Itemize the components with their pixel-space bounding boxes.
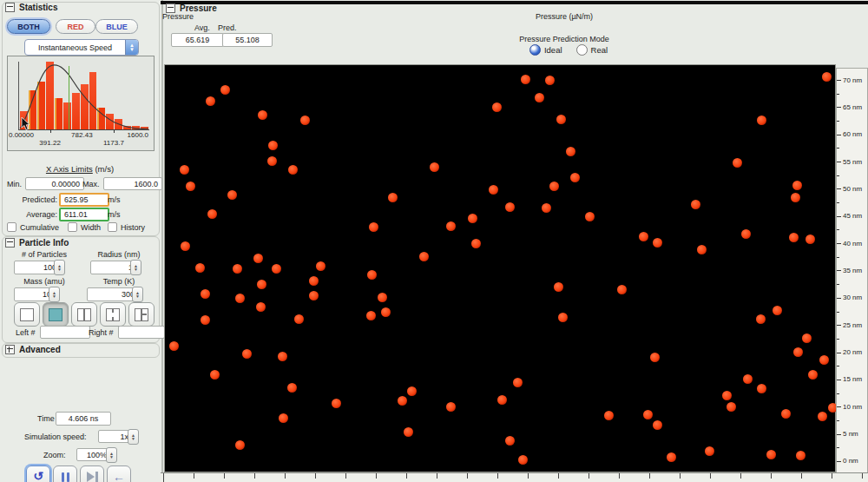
step-forward-button[interactable] xyxy=(80,465,104,482)
histogram-x-tick-label: 1600.0 xyxy=(128,131,148,139)
mass-stepper[interactable]: ▲▼ xyxy=(49,287,60,302)
particle-info-header[interactable]: Particle Info xyxy=(5,238,69,248)
particle xyxy=(549,182,559,191)
particle xyxy=(733,158,742,168)
particle xyxy=(766,450,776,459)
ruler-major-tick xyxy=(837,353,841,353)
pressure-mode-radios: IdealReal xyxy=(499,44,638,56)
particle xyxy=(367,270,377,280)
statistic-type-dropdown[interactable]: Instantaneous Speed ▲▼ xyxy=(24,39,139,56)
particle xyxy=(201,315,210,325)
pred-label: Pred. xyxy=(218,23,237,32)
histogram-plot xyxy=(18,62,149,130)
radius-label: Radius (nm) xyxy=(87,250,151,259)
reset-button[interactable]: ↺ xyxy=(26,465,50,482)
particle xyxy=(468,214,477,223)
ruler-tick xyxy=(254,473,255,479)
particle xyxy=(471,239,481,248)
checkbox-cumulative[interactable]: Cumulative xyxy=(7,222,59,232)
temp-stepper[interactable]: ▲▼ xyxy=(132,287,143,302)
particle xyxy=(667,452,676,462)
particle xyxy=(267,156,277,166)
step-forward-icon xyxy=(87,472,98,482)
zoom-stepper[interactable]: ▲▼ xyxy=(106,447,117,463)
predicted-input[interactable]: 625.95 xyxy=(59,193,109,207)
left-count-input[interactable] xyxy=(40,326,90,339)
ruler-label: 40 nm xyxy=(843,240,862,248)
zoom-label: Zoom: xyxy=(43,451,66,459)
histogram-x-tick-label: 391.22 xyxy=(39,139,60,147)
expand-icon[interactable] xyxy=(5,345,15,354)
ruler-minor-tick xyxy=(837,312,839,313)
min-input[interactable]: 0.00000 xyxy=(25,177,84,190)
checkbox-width[interactable]: Width xyxy=(68,222,101,232)
ruler-minor-tick xyxy=(837,121,839,122)
dropdown-stepper-icon[interactable]: ▲▼ xyxy=(125,40,138,55)
particle xyxy=(505,202,515,212)
particle xyxy=(773,306,782,315)
histogram-bar xyxy=(123,126,131,129)
filled-box-icon xyxy=(49,308,62,321)
speed-histogram[interactable]: 0.00000391.22782.431173.71600.0 xyxy=(7,56,155,151)
open-box-icon xyxy=(20,308,34,321)
advanced-title: Advanced xyxy=(19,345,61,354)
ruler-tick xyxy=(589,473,589,479)
max-label: Max. xyxy=(82,180,100,188)
vertical-ruler: 70 nm65 nm60 nm55 nm50 nm45 nm40 nm35 nm… xyxy=(836,68,868,478)
ruler-tick xyxy=(194,473,194,479)
particle xyxy=(819,355,829,365)
filled-box-button[interactable] xyxy=(43,302,69,327)
checkbox-box[interactable] xyxy=(7,222,16,232)
histogram-bar xyxy=(89,72,97,129)
open-box-button[interactable] xyxy=(14,302,40,327)
collapse-icon[interactable] xyxy=(5,3,15,12)
divided-box-gap-button[interactable] xyxy=(100,302,126,327)
temp-input[interactable]: 300 xyxy=(87,287,139,301)
average-label: Average: xyxy=(17,210,57,219)
histogram-bar xyxy=(37,82,45,129)
divided-box-handle-button[interactable] xyxy=(128,302,155,327)
radio-icon[interactable] xyxy=(576,44,588,56)
blue-button[interactable]: BLUE xyxy=(95,19,138,34)
radius-stepper[interactable]: ▲▼ xyxy=(130,260,141,275)
ruler-tick xyxy=(528,473,529,479)
advanced-header[interactable]: Advanced xyxy=(5,345,61,354)
ruler-minor-tick xyxy=(837,393,839,394)
particle xyxy=(556,115,566,124)
simulation-speed-stepper[interactable]: ▲▼ xyxy=(128,429,139,445)
particle xyxy=(793,347,803,357)
checkbox-box[interactable] xyxy=(68,222,77,232)
ruler-tick xyxy=(801,473,802,479)
time-label: Time xyxy=(37,414,55,423)
mode-option-ideal[interactable]: Ideal xyxy=(529,44,562,56)
red-button[interactable]: RED xyxy=(56,19,95,34)
radio-icon[interactable] xyxy=(529,44,541,56)
both-button[interactable]: BOTH xyxy=(7,19,50,34)
checkbox-box[interactable] xyxy=(108,222,117,232)
particle xyxy=(381,307,391,317)
ruler-tick xyxy=(406,473,407,479)
right-count-input[interactable] xyxy=(118,326,165,339)
particle xyxy=(300,116,310,125)
particle xyxy=(643,410,653,419)
left-count-label: Left # xyxy=(16,328,36,337)
num-particles-stepper[interactable]: ▲▼ xyxy=(54,260,65,275)
divided-box-button[interactable] xyxy=(71,302,97,327)
application-window: Statistics BOTH RED BLUE Instantaneous S… xyxy=(0,0,868,482)
average-input[interactable]: 611.01 xyxy=(59,208,109,221)
pause-button[interactable] xyxy=(53,465,77,482)
step-back-button[interactable]: ← xyxy=(107,465,131,482)
dropdown-value: Instantaneous Speed xyxy=(25,43,125,52)
particle xyxy=(186,182,195,191)
max-input[interactable]: 1600.0 xyxy=(103,177,162,190)
checkbox-history[interactable]: History xyxy=(108,222,145,232)
collapse-icon[interactable] xyxy=(5,238,15,248)
window-top-strip xyxy=(161,1,868,4)
ruler-minor-tick xyxy=(837,447,839,448)
statistics-header[interactable]: Statistics xyxy=(5,3,57,12)
ruler-major-tick xyxy=(837,107,841,108)
mode-option-real[interactable]: Real xyxy=(576,44,608,56)
radio-label: Real xyxy=(591,45,608,55)
time-field: 4.606 ns xyxy=(56,412,111,426)
ruler-major-tick xyxy=(837,434,841,435)
